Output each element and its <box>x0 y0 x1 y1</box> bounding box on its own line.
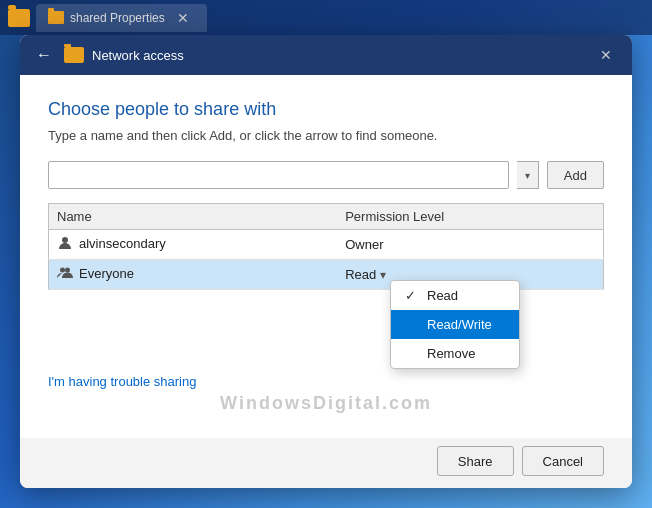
permission-context-menu: ✓ Read Read/Write Remove <box>390 280 520 369</box>
dialog-body: Choose people to share with Type a name … <box>20 75 632 438</box>
svg-point-2 <box>65 268 70 273</box>
check-mark-read: ✓ <box>405 288 419 303</box>
network-access-dialog: ← Network access ✕ Choose people to shar… <box>20 35 632 488</box>
context-menu-read-label: Read <box>427 288 458 303</box>
svg-point-1 <box>60 268 65 273</box>
group-name-cell: Everyone <box>57 265 134 281</box>
user-name-text: alvinsecondary <box>79 236 166 251</box>
table-row[interactable]: alvinsecondary Owner <box>49 230 604 260</box>
multi-user-icon <box>57 265 73 281</box>
taskbar-tab-folder-icon <box>48 11 64 24</box>
context-menu-readwrite-label: Read/Write <box>427 317 492 332</box>
table-row[interactable]: Everyone Read ▾ <box>49 260 604 290</box>
taskbar: shared Properties ✕ <box>0 0 652 35</box>
group-name-text: Everyone <box>79 266 134 281</box>
table-cell-name: Everyone <box>49 260 338 290</box>
dialog-heading: Choose people to share with <box>48 99 604 120</box>
title-folder-icon <box>64 47 84 63</box>
taskbar-folder-icon <box>8 9 30 27</box>
col-header-name: Name <box>49 204 338 230</box>
share-table-container: Name Permission Level <box>48 203 604 362</box>
context-menu-remove[interactable]: Remove <box>391 339 519 368</box>
user-name-cell: alvinsecondary <box>57 235 166 251</box>
cancel-button[interactable]: Cancel <box>522 446 604 476</box>
dropdown-arrow-button[interactable]: ▾ <box>517 161 539 189</box>
context-menu-read[interactable]: ✓ Read <box>391 281 519 310</box>
permission-text: Owner <box>345 237 383 252</box>
table-cell-permission: Owner <box>337 230 603 260</box>
dialog-footer: Share Cancel <box>20 438 632 488</box>
permission-dropdown-arrow[interactable]: ▾ <box>380 268 386 282</box>
name-input-row: ▾ Add <box>48 161 604 189</box>
add-button[interactable]: Add <box>547 161 604 189</box>
taskbar-tab-label: shared Properties <box>70 11 165 25</box>
context-menu-remove-label: Remove <box>427 346 475 361</box>
dialog-title: Network access <box>92 48 184 63</box>
name-input[interactable] <box>48 161 509 189</box>
dialog-close-button[interactable]: ✕ <box>592 43 620 67</box>
share-button[interactable]: Share <box>437 446 514 476</box>
back-button[interactable]: ← <box>32 44 56 66</box>
permission-value: Read <box>345 267 376 282</box>
context-menu-readwrite[interactable]: Read/Write <box>391 310 519 339</box>
taskbar-tab[interactable]: shared Properties ✕ <box>36 4 207 32</box>
single-user-icon <box>57 235 73 251</box>
svg-point-0 <box>62 237 68 243</box>
taskbar-close-button[interactable]: ✕ <box>171 8 195 28</box>
dialog-subtext: Type a name and then click Add, or click… <box>48 128 604 143</box>
dialog-titlebar: ← Network access ✕ <box>20 35 632 75</box>
table-cell-name: alvinsecondary <box>49 230 338 260</box>
trouble-sharing-link[interactable]: I'm having trouble sharing <box>48 374 604 389</box>
watermark: WindowsDigital.com <box>48 393 604 414</box>
col-header-permission: Permission Level <box>337 204 603 230</box>
share-table: Name Permission Level <box>48 203 604 290</box>
